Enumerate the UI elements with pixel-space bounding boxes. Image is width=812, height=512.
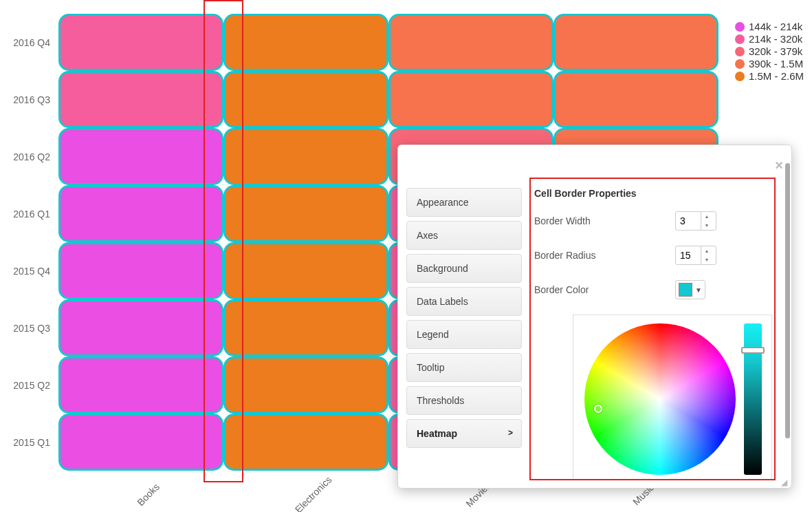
legend-label: 320k - 379k — [749, 45, 802, 57]
heatmap-cell[interactable] — [58, 128, 223, 185]
y-label: 2016 Q3 — [0, 71, 58, 128]
spin-down-icon[interactable]: ▼ — [701, 221, 712, 230]
legend-label: 144k - 214k — [749, 21, 802, 32]
legend-item: 144k - 214k — [735, 21, 804, 32]
heatmap-cell[interactable] — [58, 14, 223, 71]
heatmap-cell[interactable] — [388, 14, 553, 71]
heatmap-cell[interactable] — [223, 128, 388, 185]
y-label: 2015 Q4 — [0, 242, 58, 299]
lightness-slider[interactable] — [744, 323, 762, 475]
border-radius-row: Border Radius ▲ ▼ — [534, 246, 782, 265]
tab-label: Heatmap — [417, 428, 457, 439]
chevron-right-icon: > — [508, 428, 513, 438]
tab-axes[interactable]: Axes — [406, 221, 522, 250]
tab-heatmap[interactable]: Heatmap > — [406, 419, 522, 448]
legend-swatch — [735, 72, 745, 81]
spin-down-icon[interactable]: ▼ — [701, 255, 712, 264]
border-width-label: Border Width — [534, 215, 675, 226]
heatmap-cell[interactable] — [553, 71, 718, 128]
legend-label: 390k - 1.5M — [749, 58, 803, 70]
y-label: 2015 Q1 — [0, 414, 58, 471]
y-label: 2015 Q2 — [0, 356, 58, 414]
properties-body: Cell Border Properties Border Width ▲ ▼ … — [534, 188, 782, 480]
legend-item: 1.5M - 2.6M — [735, 70, 804, 82]
heatmap-cell[interactable] — [58, 299, 223, 356]
tab-tooltip[interactable]: Tooltip — [406, 353, 522, 382]
legend-item: 390k - 1.5M — [735, 58, 804, 70]
heatmap-cell[interactable] — [58, 185, 223, 242]
color-picker[interactable] — [573, 314, 772, 480]
legend-swatch — [735, 22, 745, 32]
legend-item: 320k - 379k — [735, 45, 804, 57]
border-radius-input[interactable]: ▲ ▼ — [675, 246, 716, 265]
border-color-label: Border Color — [534, 284, 675, 295]
heatmap-cell[interactable] — [223, 185, 388, 242]
resize-handle-icon[interactable]: ◢ — [781, 478, 789, 486]
border-width-input[interactable]: ▲ ▼ — [675, 211, 716, 231]
border-width-row: Border Width ▲ ▼ — [534, 211, 782, 231]
border-width-field[interactable] — [676, 215, 701, 226]
heatmap-row — [58, 71, 718, 128]
legend-item: 214k - 320k — [735, 33, 804, 45]
border-radius-label: Border Radius — [534, 250, 675, 261]
y-axis-labels: 2016 Q4 2016 Q3 2016 Q2 2016 Q1 2015 Q4 … — [0, 14, 58, 471]
spin-up-icon[interactable]: ▲ — [701, 246, 712, 255]
y-label: 2016 Q4 — [0, 14, 58, 71]
legend-swatch — [735, 59, 745, 69]
legend-label: 1.5M - 2.6M — [749, 70, 804, 82]
border-color-row: Border Color ▼ — [534, 280, 782, 299]
border-radius-field[interactable] — [676, 250, 701, 261]
heatmap-cell[interactable] — [58, 71, 223, 128]
tab-legend[interactable]: Legend — [406, 320, 522, 349]
color-wheel-handle[interactable] — [594, 405, 602, 413]
heatmap-cell[interactable] — [58, 242, 223, 299]
y-label: 2016 Q1 — [0, 185, 58, 242]
tab-appearance[interactable]: Appearance — [406, 188, 522, 217]
tab-thresholds[interactable]: Thresholds — [406, 386, 522, 415]
heatmap-cell[interactable] — [58, 356, 223, 414]
heatmap-cell[interactable] — [223, 242, 388, 299]
legend-swatch — [735, 34, 745, 44]
y-label: 2016 Q2 — [0, 128, 58, 185]
heatmap-cell[interactable] — [388, 71, 553, 128]
color-chip — [679, 283, 692, 297]
color-wheel[interactable] — [584, 323, 736, 475]
heatmap-cell[interactable] — [223, 14, 388, 71]
tab-data-labels[interactable]: Data Labels — [406, 287, 522, 316]
spin-up-icon[interactable]: ▲ — [701, 212, 712, 221]
heatmap-cell[interactable] — [223, 71, 388, 128]
border-color-dropdown[interactable]: ▼ — [675, 280, 705, 299]
legend-label: 214k - 320k — [749, 33, 802, 45]
panel-scrollbar[interactable] — [785, 163, 790, 438]
properties-title: Cell Border Properties — [534, 188, 782, 199]
properties-panel: × Appearance Axes Background Data Labels… — [397, 145, 792, 489]
heatmap-row — [58, 14, 718, 71]
panel-sidebar: Appearance Axes Background Data Labels L… — [406, 188, 522, 448]
legend: 144k - 214k 214k - 320k 320k - 379k 390k… — [735, 21, 804, 83]
lightness-handle[interactable] — [741, 347, 765, 354]
heatmap-cell[interactable] — [223, 299, 388, 356]
legend-swatch — [735, 47, 745, 56]
heatmap-cell[interactable] — [553, 14, 718, 71]
chevron-down-icon: ▼ — [695, 286, 702, 294]
heatmap-cell[interactable] — [223, 356, 388, 414]
y-label: 2015 Q3 — [0, 299, 58, 356]
close-button[interactable]: × — [775, 158, 783, 173]
tab-background[interactable]: Background — [406, 254, 522, 283]
